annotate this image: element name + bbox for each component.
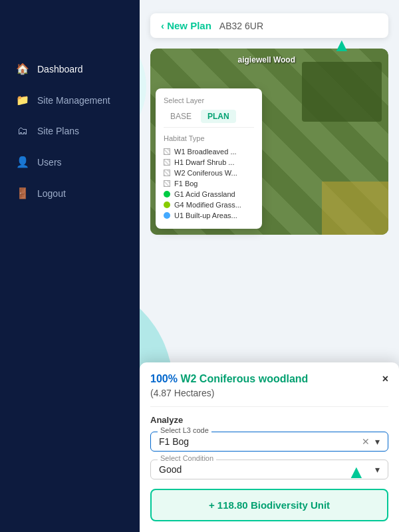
habitat-type-title: Habitat Type [164, 134, 254, 142]
condition-label: Select Condition [158, 454, 216, 462]
sidebar-label-logout: Logout [37, 188, 66, 199]
user-icon: 👤 [16, 156, 29, 168]
l3-value: F1 Bog [159, 436, 189, 447]
habitat-item-f1[interactable]: F1 Bog [164, 178, 254, 189]
sidebar-label-site-plans: Site Plans [37, 126, 79, 136]
main-content: ‹ New Plan AB32 6UR aigiewell Wood Selec… [140, 0, 399, 532]
l3-field-actions: ✕ ▾ [362, 436, 380, 447]
folder-icon: 📁 [16, 94, 29, 106]
habitat-item-g4[interactable]: G4 Modified Grass... [164, 200, 254, 210]
sidebar-item-dashboard[interactable]: 🏠 Dashboard [0, 53, 140, 84]
habitat-label-f1: F1 Bog [174, 180, 198, 188]
habitat-label-u1: U1 Built-up Areas... [174, 211, 237, 219]
divider-1 [150, 406, 388, 407]
sidebar-label-users: Users [37, 157, 62, 168]
layer-tabs: BASE PLAN [164, 110, 254, 128]
layer-panel: Select Layer BASE PLAN Habitat Type W1 B… [156, 88, 262, 229]
habitat-item-w1[interactable]: W1 Broadleaved ... [164, 146, 254, 157]
home-icon: 🏠 [16, 63, 29, 75]
condition-field-row: Good ▾ [159, 464, 380, 475]
layer-panel-title: Select Layer [164, 96, 254, 104]
sidebar-label-dashboard: Dashboard [37, 64, 83, 74]
sidebar-item-site-management[interactable]: 📁 Site Management [0, 84, 140, 116]
analyze-percentage: 100% [150, 373, 180, 384]
analyze-header: 100% W2 Coniferous woodland × [150, 373, 388, 385]
l3-clear-button[interactable]: ✕ [362, 436, 370, 447]
habitat-stripe-w2 [164, 170, 170, 176]
map-patch-forest [302, 62, 382, 122]
l3-code-field[interactable]: Select L3 code F1 Bog ✕ ▾ [150, 432, 388, 452]
sidebar-item-logout[interactable]: 🚪 Logout [0, 178, 140, 209]
logout-icon: 🚪 [16, 187, 29, 200]
habitat-label-w1: W1 Broadleaved ... [174, 148, 237, 156]
habitat-dot-u1 [164, 212, 170, 219]
habitat-item-h1[interactable]: H1 Dwarf Shrub ... [164, 157, 254, 168]
condition-field[interactable]: Select Condition Good ▾ [150, 460, 388, 479]
analyze-panel: 100% W2 Coniferous woodland × (4.87 Hect… [140, 362, 399, 532]
habitat-label-g4: G4 Modified Grass... [174, 201, 241, 209]
analyze-habitat-type: W2 Coniferous woodland [180, 373, 308, 384]
habitat-stripe-w1 [164, 148, 170, 155]
habitat-label-h1: H1 Dwarf Shrub ... [174, 158, 234, 166]
map-patch-crop [322, 182, 388, 235]
analyze-title-block: 100% W2 Coniferous woodland [150, 373, 308, 385]
l3-field-label: Select L3 code [158, 426, 211, 434]
topbar: ‹ New Plan AB32 6UR [150, 13, 388, 38]
bdu-button[interactable]: + 118.80 Biodiversity Unit [150, 489, 388, 521]
habitat-item-g1[interactable]: G1 Acid Grassland [164, 189, 254, 200]
habitat-dot-g4 [164, 201, 170, 208]
habitat-item-u1[interactable]: U1 Built-up Areas... [164, 210, 254, 221]
sidebar-label-site-management: Site Management [37, 95, 110, 106]
tab-plan[interactable]: PLAN [201, 110, 236, 123]
plans-icon: 🗂 [16, 125, 29, 137]
map-location-label: aigiewell Wood [238, 55, 295, 65]
condition-dropdown-button[interactable]: ▾ [375, 464, 380, 475]
close-button[interactable]: × [382, 373, 388, 385]
sidebar: 🏠 Dashboard 📁 Site Management 🗂 Site Pla… [0, 0, 140, 532]
map-container[interactable]: aigiewell Wood Select Layer BASE PLAN Ha… [150, 49, 388, 248]
sidebar-item-users[interactable]: 👤 Users [0, 146, 140, 178]
analyze-hectares: (4.87 Hectares) [150, 388, 388, 398]
habitat-label-w2: W2 Coniferous W... [174, 169, 237, 177]
back-button[interactable]: ‹ New Plan [161, 20, 211, 31]
topbar-address: AB32 6UR [219, 21, 263, 31]
condition-value: Good [159, 464, 182, 475]
habitat-stripe-h1 [164, 159, 170, 166]
sidebar-item-site-plans[interactable]: 🗂 Site Plans [0, 116, 140, 146]
tab-base[interactable]: BASE [164, 110, 198, 123]
habitat-item-w2[interactable]: W2 Coniferous W... [164, 168, 254, 178]
l3-field-row: F1 Bog ✕ ▾ [159, 436, 380, 447]
habitat-label-g1: G1 Acid Grassland [174, 190, 235, 198]
analyze-section-title: Analyze [150, 415, 388, 425]
habitat-dot-g1 [164, 191, 170, 198]
habitat-stripe-f1 [164, 180, 170, 187]
l3-dropdown-button[interactable]: ▾ [375, 436, 380, 447]
